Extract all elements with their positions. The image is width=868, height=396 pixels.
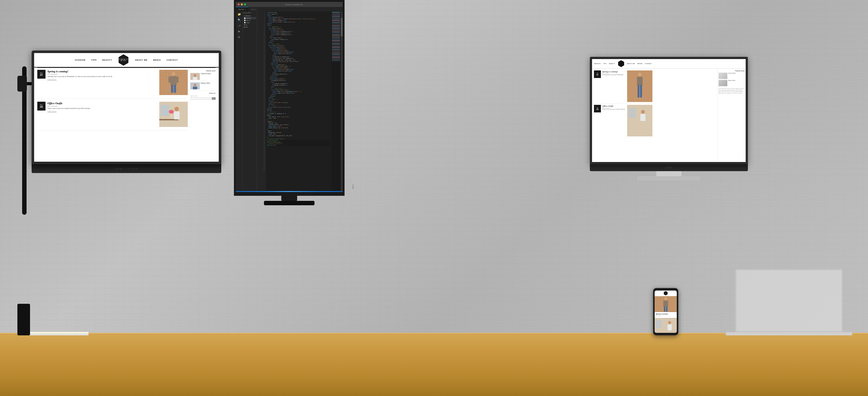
svg-rect-40 (629, 108, 636, 118)
right-sidebar: Popular posts Casual at Home Ready to Wo… (717, 69, 746, 162)
sidebar-future: Future mu (190, 93, 216, 94)
right-sidebar-label-2: Ready to Work (728, 80, 735, 86)
post1-text: Spring is coming! 374 comments Yesterday… (48, 70, 157, 95)
svg-point-21 (169, 110, 174, 114)
svg-rect-16 (177, 76, 179, 83)
git-icon[interactable]: ⎇ (236, 23, 243, 28)
post1-readmore[interactable]: READ MORE (48, 79, 157, 80)
svg-rect-49 (663, 301, 668, 307)
right-main-content: Apr 07 Spring is coming! 374 comments Ye… (592, 69, 717, 162)
post1-image (159, 70, 188, 95)
monitor-left-screen-wrap: FASHION TIPS BEAUTY SIMON'SBLOG ABOUT ME… (32, 51, 221, 164)
right-nav-fashion: FASHION (594, 63, 600, 64)
right-posts: Apr 07 Spring is coming! 374 comments Ye… (594, 70, 652, 160)
nav-tips: TIPS (91, 59, 97, 61)
right-nav-media: MEDIA (638, 63, 642, 64)
dot-2 (128, 168, 130, 169)
search-box[interactable] (190, 97, 211, 100)
right-day-1: 07 (596, 74, 599, 76)
monitor-left: FASHION TIPS BEAUTY SIMON'SBLOG ABOUT ME… (32, 51, 221, 173)
explorer-icon[interactable]: 📁 (236, 11, 243, 17)
active-tab[interactable]: index.html × (236, 7, 248, 11)
right-sidebar-label-1: Casual at Home (728, 73, 736, 79)
phone: Spring is coming! 374 comments Office Ou… (653, 288, 678, 335)
phone-screen: Spring is coming! 374 comments Office Ou… (655, 291, 677, 333)
blog-post-1: Apr 07 Spring is coming! 374 comments Ye… (37, 70, 188, 99)
right-monitor-base (637, 176, 701, 180)
search-button[interactable]: GO (212, 97, 216, 100)
msi-logo-center: IIISI (352, 185, 354, 190)
code-editor-content[interactable]: <!DOCTYPE html> <html lang="en"> <head> … (266, 11, 331, 196)
code-minimap (331, 11, 341, 196)
svg-point-11 (172, 72, 176, 76)
center-monitor-neck (281, 196, 297, 201)
ruler (25, 332, 89, 333)
desk-surface (0, 333, 868, 396)
post2-readmore[interactable]: READ MORE (48, 110, 157, 112)
svg-point-28 (194, 84, 196, 86)
right-post-title-2: Office Outfit (602, 105, 626, 107)
maximize-btn[interactable] (244, 3, 246, 5)
monitor-center-screen-wrap: index.html - Visual Studio Code index.ht… (234, 0, 345, 196)
editor-titlebar: index.html - Visual Studio Code (236, 2, 343, 7)
folder-root[interactable]: ▼ PROJECT (243, 15, 256, 17)
right-blog: FASHION TIPS BEAUTY ABOUT ME MEDIA CONTA… (592, 59, 746, 162)
phone-post-meta: 374 comments (656, 315, 676, 317)
folder-fonts[interactable]: ▶ fonts (243, 26, 256, 28)
svg-point-54 (668, 321, 671, 324)
post1-excerpt: Yesterday was a sunny day at Philadelphi… (48, 76, 157, 78)
debug-icon[interactable]: ▶ (236, 28, 243, 34)
close-btn[interactable] (238, 3, 240, 5)
tab-2[interactable]: style.css × (248, 7, 260, 11)
svg-point-35 (638, 73, 642, 76)
sidebar-card-title-2: Ready to Work (201, 82, 210, 89)
code-scrollbar[interactable] (341, 11, 343, 196)
folder-img[interactable]: ▶ img (243, 24, 256, 26)
editor-title: index.html - Visual Studio Code (247, 4, 341, 5)
right-nav-about: ABOUT ME (627, 63, 635, 64)
center-monitor-base (264, 201, 314, 205)
date-badge-2: Apr 05 (37, 102, 45, 110)
file-index[interactable]: 📄index.html (243, 17, 256, 19)
phone-blog-logo (663, 291, 668, 296)
dot-5 (136, 168, 137, 169)
monitor-arm-base (18, 304, 30, 335)
monitor-right: FASHION TIPS BEAUTY ABOUT ME MEDIA CONTA… (590, 57, 748, 180)
right-blog-logo (618, 60, 625, 67)
minimize-btn[interactable] (241, 3, 243, 5)
search-icon[interactable]: 🔍 (236, 17, 243, 23)
blog-logo: SIMON'SBLOG (118, 54, 129, 66)
sidebar-card-img-1 (190, 73, 200, 80)
post2-image-svg (159, 102, 188, 127)
line-numbers: 1 2 3 4 5 6 7 8 9 10 11 12 13 14 15 16 1… (257, 11, 266, 196)
right-post-text-1: Spring is coming! 374 comments Yesterday… (602, 70, 626, 102)
post2-text: Office Outfit 463 comments Today I want … (48, 102, 157, 127)
monitor-dots-left (126, 168, 137, 169)
post1-title: Spring is coming! (48, 70, 157, 73)
msi-logo-left: IIISI (116, 167, 123, 170)
post1-image-svg (159, 70, 188, 95)
nav-media: MEDIA (153, 59, 161, 61)
file-style[interactable]: 📄style.css (243, 19, 256, 22)
phone-blog-img1 (655, 296, 677, 312)
sidebar-card-1: Casual at Home (190, 73, 216, 81)
laptop-base (726, 332, 852, 335)
scrollbar-thumb[interactable] (341, 18, 343, 37)
post2-excerpt: Today I want to show you a simple casual… (48, 108, 157, 109)
monitor-right-screen: FASHION TIPS BEAUTY ABOUT ME MEDIA CONTA… (592, 59, 746, 162)
right-post-excerpt-1: Yesterday was a sunny day at Philadelphi… (602, 74, 626, 76)
right-nav-tips: TIPS (603, 63, 607, 64)
monitor-arm-clamp (18, 76, 27, 92)
right-post-img2-svg (627, 105, 652, 136)
nav-fashion: FASHION (75, 59, 86, 61)
phone-img2-svg (655, 318, 677, 333)
nav-contact: CONTACT (166, 59, 178, 61)
sidebar-card-img-2 (190, 82, 200, 89)
svg-rect-29 (193, 87, 197, 89)
post2-title: Office Outfit (48, 102, 157, 105)
file-script[interactable]: 📄script.js (243, 22, 256, 24)
extensions-icon[interactable]: ⊞ (236, 34, 243, 40)
right-date-1: Apr 07 (594, 70, 601, 78)
right-post-1: Apr 07 Spring is coming! 374 comments Ye… (594, 70, 652, 102)
sidebar-search: Type & search GO (190, 95, 216, 100)
